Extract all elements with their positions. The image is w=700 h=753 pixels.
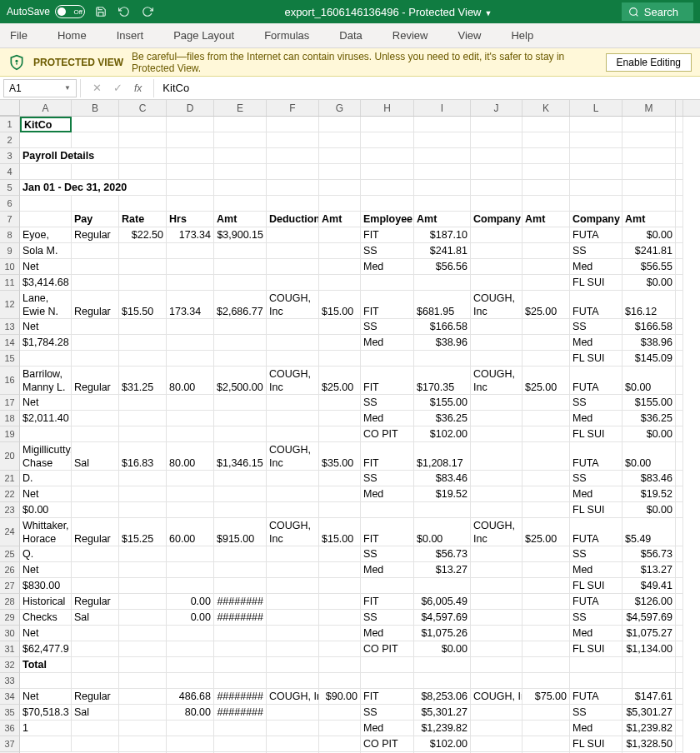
cell[interactable]: Total [20, 657, 72, 673]
cell[interactable] [319, 471, 361, 486]
cell[interactable] [214, 196, 267, 212]
cell[interactable] [267, 657, 319, 673]
cell[interactable]: D. [20, 471, 72, 486]
cell[interactable] [119, 705, 167, 721]
cell[interactable] [267, 117, 319, 132]
cell[interactable] [676, 164, 683, 180]
cell[interactable] [471, 351, 522, 367]
cell[interactable]: COUGH, Inc [471, 291, 522, 319]
cell[interactable] [167, 502, 214, 518]
cell[interactable] [319, 148, 361, 164]
cell[interactable] [214, 641, 267, 657]
cell[interactable] [471, 319, 522, 335]
row-header[interactable]: 37 [0, 736, 20, 752]
cell[interactable] [319, 411, 361, 426]
cell[interactable]: SS [570, 243, 622, 259]
cell[interactable] [319, 395, 361, 411]
cell[interactable]: $0.00 [20, 502, 72, 518]
cell[interactable]: $31.25 [119, 367, 167, 395]
cell[interactable] [20, 196, 72, 212]
cell[interactable] [471, 578, 522, 594]
cell[interactable]: $13.27 [622, 562, 676, 578]
row-header[interactable]: 29 [0, 610, 20, 626]
cell[interactable] [167, 411, 214, 426]
row-header[interactable]: 32 [0, 657, 20, 673]
cell[interactable]: Sola M. [20, 243, 72, 259]
cell[interactable]: FL SUI [570, 641, 622, 657]
cell[interactable]: Historical [20, 594, 72, 610]
cell[interactable]: Med [361, 486, 414, 502]
cell[interactable] [267, 395, 319, 411]
cell[interactable]: Amt [214, 212, 267, 227]
cell[interactable] [319, 641, 361, 657]
cell[interactable]: COUGH, Inc [471, 367, 522, 395]
cell[interactable] [119, 243, 167, 259]
cell[interactable]: 80.00 [167, 442, 214, 471]
cell[interactable] [414, 196, 471, 212]
cell[interactable] [167, 335, 214, 351]
cell[interactable] [319, 673, 361, 689]
cell[interactable] [267, 626, 319, 641]
cell[interactable] [676, 335, 683, 351]
cell[interactable] [676, 641, 683, 657]
cell[interactable] [119, 689, 167, 705]
cell[interactable] [214, 626, 267, 641]
cell[interactable] [471, 641, 522, 657]
cell[interactable] [622, 164, 676, 180]
cell[interactable] [20, 212, 72, 227]
cell[interactable] [214, 502, 267, 518]
cell[interactable] [214, 117, 267, 132]
cell[interactable]: $3,414.68 [20, 275, 72, 291]
cell[interactable] [471, 736, 522, 752]
cell[interactable]: COUGH, Inc [267, 689, 319, 705]
row-header[interactable]: 5 [0, 180, 20, 196]
cell[interactable] [72, 426, 119, 442]
cell[interactable]: $35.00 [319, 442, 361, 471]
cell[interactable] [522, 196, 570, 212]
cell[interactable]: FL SUI [570, 736, 622, 752]
cell[interactable] [676, 673, 683, 689]
cell[interactable] [622, 657, 676, 673]
row-header[interactable]: 24 [0, 518, 20, 546]
cell[interactable] [167, 471, 214, 486]
cell[interactable] [119, 259, 167, 275]
column-header[interactable]: G [319, 100, 361, 116]
row-header[interactable]: 1 [0, 117, 20, 132]
cell[interactable]: FUTA [570, 291, 622, 319]
cell[interactable] [676, 546, 683, 562]
cell[interactable] [622, 117, 676, 132]
cell[interactable] [522, 335, 570, 351]
cell[interactable]: $0.00 [622, 442, 676, 471]
column-header[interactable]: B [72, 100, 119, 116]
cell[interactable]: COUGH, Inc [267, 291, 319, 319]
cell[interactable]: $49.41 [622, 578, 676, 594]
cell[interactable] [119, 117, 167, 132]
cell[interactable]: FUTA [570, 367, 622, 395]
cell[interactable]: FIT [361, 689, 414, 705]
cell[interactable]: Med [361, 411, 414, 426]
cell[interactable] [214, 259, 267, 275]
cell[interactable] [471, 471, 522, 486]
chevron-down-icon[interactable]: ▼ [485, 9, 492, 17]
cell[interactable]: $70,518.3 [20, 705, 72, 721]
cell[interactable]: Deduction [267, 212, 319, 227]
cell[interactable] [319, 610, 361, 626]
cell[interactable] [676, 578, 683, 594]
cell[interactable] [72, 562, 119, 578]
column-header[interactable]: C [119, 100, 167, 116]
row-header[interactable]: 8 [0, 227, 20, 243]
cell[interactable] [414, 673, 471, 689]
cell[interactable]: $0.00 [622, 367, 676, 395]
cell[interactable] [167, 426, 214, 442]
cell[interactable]: $0.00 [414, 518, 471, 546]
cell[interactable]: Regular [72, 518, 119, 546]
cell[interactable] [72, 164, 119, 180]
cell[interactable]: $16.12 [622, 291, 676, 319]
cell[interactable] [676, 721, 683, 736]
cell[interactable] [267, 259, 319, 275]
cell[interactable]: Med [361, 626, 414, 641]
cell[interactable] [471, 673, 522, 689]
cell[interactable] [72, 657, 119, 673]
cell[interactable]: 1 [20, 721, 72, 736]
cell[interactable] [471, 657, 522, 673]
